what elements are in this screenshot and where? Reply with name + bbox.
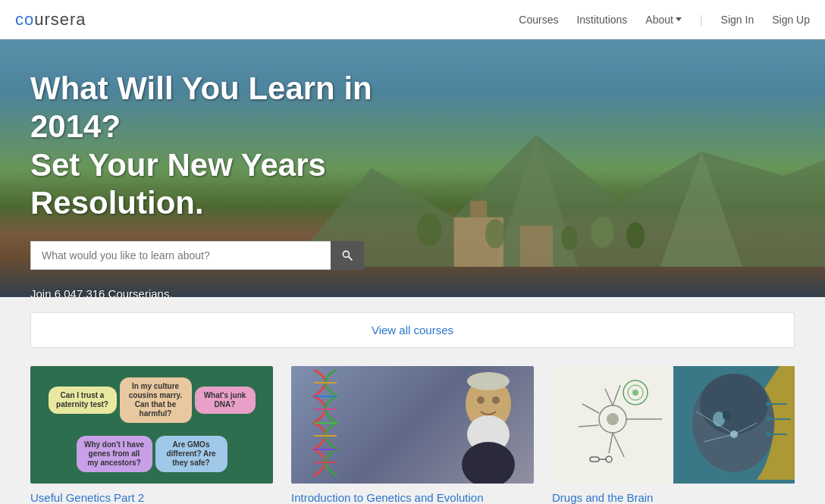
bubble-2: In my culture cousins marry. Can that be… [120, 377, 192, 423]
logo-area: coursera [15, 10, 86, 30]
svg-point-41 [632, 390, 638, 396]
course-thumb-3 [552, 366, 795, 484]
nav-sign-up[interactable]: Sign Up [772, 14, 810, 26]
darwin-illustration [443, 366, 526, 484]
course-thumb-2 [291, 366, 534, 484]
main-content: View all courses Can I trust a paternity… [0, 297, 825, 504]
svg-point-25 [467, 372, 510, 390]
search-icon [341, 249, 353, 261]
svg-point-44 [700, 374, 768, 434]
course-thumb-1: Can I trust a paternity test? In my cult… [30, 366, 273, 484]
dna-illustration [299, 366, 359, 484]
hero-section: What Will You Learn in 2014? Set Your Ne… [0, 39, 825, 297]
hero-content: What Will You Learn in 2014? Set Your Ne… [0, 39, 825, 297]
svg-point-46 [723, 411, 730, 420]
view-all-courses-button[interactable]: View all courses [30, 312, 795, 348]
brain-neuron-illustration [552, 366, 795, 484]
course-title-3[interactable]: Drugs and the Brain [552, 491, 795, 504]
navbar: coursera Courses Institutions About | Si… [0, 0, 825, 39]
hero-title: What Will You Learn in 2014? Set Your Ne… [30, 70, 455, 223]
nav-courses[interactable]: Courses [519, 14, 558, 26]
search-bar [30, 241, 364, 270]
bubble-1: Can I trust a paternity test? [49, 387, 117, 414]
svg-point-22 [462, 442, 515, 484]
svg-point-24 [492, 396, 500, 404]
course-card-2[interactable]: Introduction to Genetics and Evolution D… [291, 366, 534, 504]
about-dropdown-icon [676, 17, 682, 21]
svg-point-50 [766, 402, 770, 406]
search-input[interactable] [30, 241, 331, 270]
bubble-3: What's junk DNA? [195, 387, 256, 414]
bubble-5: Are GMOs different? Are they safe? [155, 436, 227, 472]
nav-divider: | [700, 14, 703, 26]
course-card-3[interactable]: Drugs and the Brain California Institute… [552, 366, 795, 504]
bubble-4: Why don't I have genes from all my ances… [77, 436, 152, 472]
course-card-1[interactable]: Can I trust a paternity test? In my cult… [30, 366, 273, 504]
logo[interactable]: coursera [15, 10, 86, 30]
nav-links: Courses Institutions About | Sign In Sig… [519, 14, 810, 26]
svg-point-28 [607, 413, 619, 425]
svg-point-52 [766, 432, 770, 437]
svg-point-23 [477, 396, 485, 404]
course-title-1[interactable]: Useful Genetics Part 2 [30, 491, 273, 504]
svg-point-11 [343, 251, 349, 257]
svg-point-56 [730, 430, 738, 438]
svg-point-51 [766, 417, 770, 421]
svg-line-12 [349, 256, 353, 260]
nav-sign-in[interactable]: Sign In [721, 14, 754, 26]
hero-stats: Join 6,047,316 Courserians. Learn from 5… [30, 285, 795, 297]
course-title-2[interactable]: Introduction to Genetics and Evolution [291, 491, 534, 504]
nav-institutions[interactable]: Institutions [576, 14, 627, 26]
courses-grid: Can I trust a paternity test? In my cult… [30, 366, 795, 504]
search-button[interactable] [331, 241, 364, 270]
nav-about-label: About [645, 14, 673, 26]
nav-about[interactable]: About [645, 14, 682, 26]
